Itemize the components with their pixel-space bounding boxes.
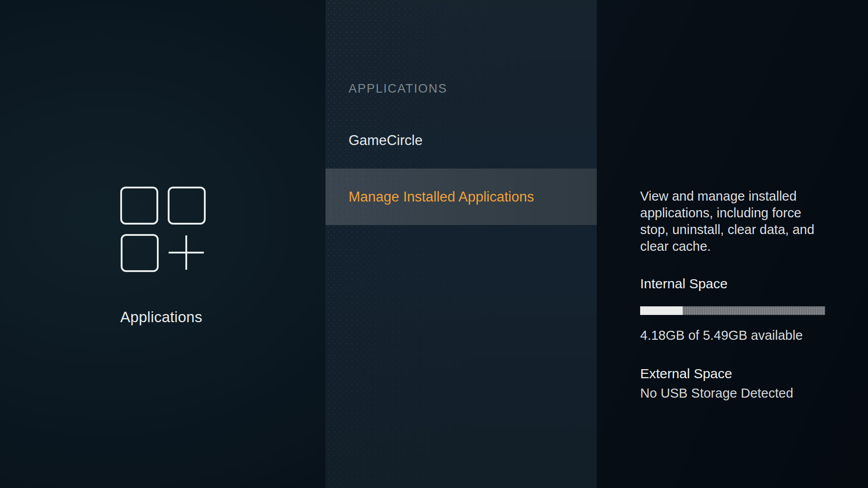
external-space-title: External Space (640, 366, 732, 381)
menu-item-manage-installed-applications[interactable]: Manage Installed Applications (326, 169, 597, 225)
menu-panel: APPLICATIONS GameCircle Manage Installed… (326, 0, 597, 488)
menu-item-gamecircle[interactable]: GameCircle (326, 112, 597, 169)
detail-panel: View and manage installed applications, … (597, 0, 868, 488)
menu-section-header: APPLICATIONS (349, 82, 448, 96)
internal-space-available: 4.18GB of 5.49GB available (640, 328, 803, 343)
grid-square-bottom-left (121, 234, 159, 272)
plus-icon-vertical-bar (185, 235, 187, 270)
external-space-status: No USB Storage Detected (640, 386, 793, 401)
internal-space-progress-fill (640, 306, 683, 315)
internal-space-title: Internal Space (640, 276, 727, 291)
grid-square-top-left (120, 187, 158, 225)
applications-grid-plus-icon (120, 187, 206, 272)
internal-space-progress-bar (640, 306, 825, 315)
menu-item-label: GameCircle (349, 132, 423, 149)
grid-square-top-right (168, 187, 206, 225)
category-label: Applications (120, 309, 203, 326)
description-text: View and manage installed applications, … (640, 188, 832, 255)
fire-tv-settings-screen: Applications APPLICATIONS GameCircle Man… (0, 0, 868, 488)
category-panel: Applications (0, 0, 326, 488)
menu-item-label: Manage Installed Applications (349, 189, 534, 205)
